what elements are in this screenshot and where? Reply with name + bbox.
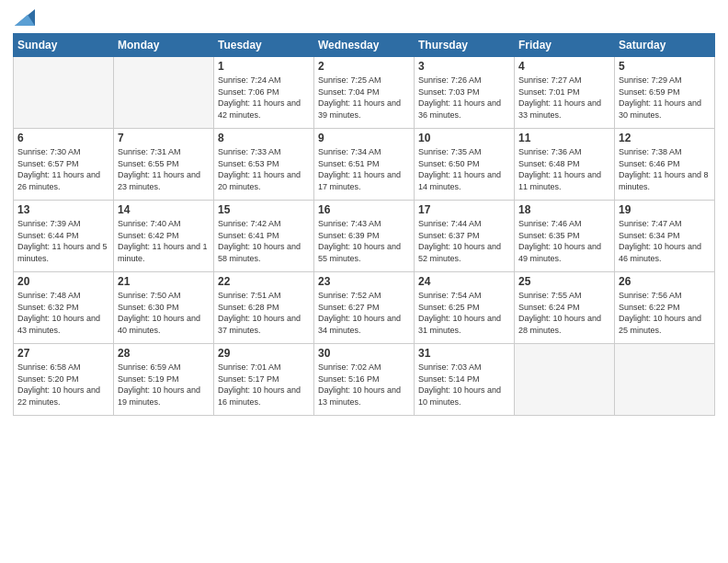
calendar-header bbox=[13, 9, 715, 26]
day-info: Sunrise: 7:02 AM Sunset: 5:16 PM Dayligh… bbox=[318, 362, 410, 408]
day-number: 4 bbox=[518, 60, 610, 73]
calendar-cell: 24Sunrise: 7:54 AM Sunset: 6:25 PM Dayli… bbox=[415, 272, 515, 344]
day-info: Sunrise: 7:52 AM Sunset: 6:27 PM Dayligh… bbox=[318, 290, 410, 336]
day-number: 5 bbox=[619, 60, 711, 73]
day-info: Sunrise: 7:36 AM Sunset: 6:48 PM Dayligh… bbox=[518, 146, 610, 192]
weekday-header-monday: Monday bbox=[114, 34, 214, 57]
day-info: Sunrise: 7:39 AM Sunset: 6:44 PM Dayligh… bbox=[17, 218, 109, 264]
day-info: Sunrise: 7:48 AM Sunset: 6:32 PM Dayligh… bbox=[17, 290, 109, 336]
calendar-cell: 26Sunrise: 7:56 AM Sunset: 6:22 PM Dayli… bbox=[615, 272, 715, 344]
day-number: 6 bbox=[17, 132, 109, 144]
calendar-week-3: 13Sunrise: 7:39 AM Sunset: 6:44 PM Dayli… bbox=[14, 201, 715, 272]
calendar-cell: 25Sunrise: 7:55 AM Sunset: 6:24 PM Dayli… bbox=[515, 272, 615, 344]
calendar-cell bbox=[14, 57, 114, 129]
day-number: 13 bbox=[17, 203, 109, 216]
calendar-cell: 3Sunrise: 7:26 AM Sunset: 7:03 PM Daylig… bbox=[415, 57, 515, 129]
calendar-cell: 2Sunrise: 7:25 AM Sunset: 7:04 PM Daylig… bbox=[314, 57, 415, 129]
calendar-cell: 27Sunrise: 6:58 AM Sunset: 5:20 PM Dayli… bbox=[14, 344, 114, 416]
calendar-cell: 5Sunrise: 7:29 AM Sunset: 6:59 PM Daylig… bbox=[615, 57, 715, 129]
weekday-header-thursday: Thursday bbox=[415, 34, 515, 57]
calendar-cell: 6Sunrise: 7:30 AM Sunset: 6:57 PM Daylig… bbox=[14, 129, 114, 201]
day-info: Sunrise: 7:26 AM Sunset: 7:03 PM Dayligh… bbox=[418, 75, 510, 121]
calendar-cell: 1Sunrise: 7:24 AM Sunset: 7:06 PM Daylig… bbox=[214, 57, 314, 129]
calendar-cell: 12Sunrise: 7:38 AM Sunset: 6:46 PM Dayli… bbox=[615, 129, 715, 201]
calendar-cell: 14Sunrise: 7:40 AM Sunset: 6:42 PM Dayli… bbox=[114, 201, 214, 272]
day-info: Sunrise: 6:59 AM Sunset: 5:19 PM Dayligh… bbox=[118, 362, 210, 408]
calendar-week-5: 27Sunrise: 6:58 AM Sunset: 5:20 PM Dayli… bbox=[14, 344, 715, 416]
logo-icon bbox=[15, 9, 35, 26]
weekday-header-sunday: Sunday bbox=[14, 34, 114, 57]
day-info: Sunrise: 7:40 AM Sunset: 6:42 PM Dayligh… bbox=[118, 218, 210, 264]
day-number: 25 bbox=[518, 275, 610, 288]
day-number: 11 bbox=[518, 132, 610, 144]
day-number: 14 bbox=[118, 203, 210, 216]
day-number: 10 bbox=[418, 132, 510, 144]
day-info: Sunrise: 7:31 AM Sunset: 6:55 PM Dayligh… bbox=[118, 146, 210, 192]
day-number: 22 bbox=[218, 275, 310, 288]
day-info: Sunrise: 7:24 AM Sunset: 7:06 PM Dayligh… bbox=[218, 75, 310, 121]
day-info: Sunrise: 6:58 AM Sunset: 5:20 PM Dayligh… bbox=[17, 362, 109, 408]
calendar-cell: 22Sunrise: 7:51 AM Sunset: 6:28 PM Dayli… bbox=[214, 272, 314, 344]
calendar-week-2: 6Sunrise: 7:30 AM Sunset: 6:57 PM Daylig… bbox=[14, 129, 715, 201]
day-info: Sunrise: 7:38 AM Sunset: 6:46 PM Dayligh… bbox=[619, 146, 711, 192]
day-number: 18 bbox=[518, 203, 610, 216]
calendar-cell: 10Sunrise: 7:35 AM Sunset: 6:50 PM Dayli… bbox=[415, 129, 515, 201]
day-number: 17 bbox=[418, 203, 510, 216]
day-info: Sunrise: 7:30 AM Sunset: 6:57 PM Dayligh… bbox=[17, 146, 109, 192]
day-number: 16 bbox=[318, 203, 410, 216]
calendar-cell: 7Sunrise: 7:31 AM Sunset: 6:55 PM Daylig… bbox=[114, 129, 214, 201]
calendar-cell: 9Sunrise: 7:34 AM Sunset: 6:51 PM Daylig… bbox=[314, 129, 415, 201]
day-number: 27 bbox=[17, 347, 109, 360]
calendar-cell: 29Sunrise: 7:01 AM Sunset: 5:17 PM Dayli… bbox=[214, 344, 314, 416]
day-info: Sunrise: 7:34 AM Sunset: 6:51 PM Dayligh… bbox=[318, 146, 410, 192]
calendar-cell: 23Sunrise: 7:52 AM Sunset: 6:27 PM Dayli… bbox=[314, 272, 415, 344]
day-number: 7 bbox=[118, 132, 210, 144]
calendar-cell bbox=[515, 344, 615, 416]
calendar-cell: 11Sunrise: 7:36 AM Sunset: 6:48 PM Dayli… bbox=[515, 129, 615, 201]
day-number: 20 bbox=[17, 275, 109, 288]
day-number: 12 bbox=[619, 132, 711, 144]
day-number: 26 bbox=[619, 275, 711, 288]
calendar-cell: 18Sunrise: 7:46 AM Sunset: 6:35 PM Dayli… bbox=[515, 201, 615, 272]
day-info: Sunrise: 7:47 AM Sunset: 6:34 PM Dayligh… bbox=[619, 218, 711, 264]
calendar-cell: 19Sunrise: 7:47 AM Sunset: 6:34 PM Dayli… bbox=[615, 201, 715, 272]
calendar-table: SundayMondayTuesdayWednesdayThursdayFrid… bbox=[13, 33, 715, 416]
calendar-cell: 20Sunrise: 7:48 AM Sunset: 6:32 PM Dayli… bbox=[14, 272, 114, 344]
day-info: Sunrise: 7:27 AM Sunset: 7:01 PM Dayligh… bbox=[518, 75, 610, 121]
calendar-cell: 13Sunrise: 7:39 AM Sunset: 6:44 PM Dayli… bbox=[14, 201, 114, 272]
day-info: Sunrise: 7:51 AM Sunset: 6:28 PM Dayligh… bbox=[218, 290, 310, 336]
day-number: 21 bbox=[118, 275, 210, 288]
day-info: Sunrise: 7:46 AM Sunset: 6:35 PM Dayligh… bbox=[518, 218, 610, 264]
day-number: 23 bbox=[318, 275, 410, 288]
calendar-cell: 16Sunrise: 7:43 AM Sunset: 6:39 PM Dayli… bbox=[314, 201, 415, 272]
weekday-header-wednesday: Wednesday bbox=[314, 34, 415, 57]
day-number: 3 bbox=[418, 60, 510, 73]
calendar-cell: 8Sunrise: 7:33 AM Sunset: 6:53 PM Daylig… bbox=[214, 129, 314, 201]
day-info: Sunrise: 7:54 AM Sunset: 6:25 PM Dayligh… bbox=[418, 290, 510, 336]
day-number: 2 bbox=[318, 60, 410, 73]
day-number: 8 bbox=[218, 132, 310, 144]
weekday-header-saturday: Saturday bbox=[615, 34, 715, 57]
calendar-cell: 17Sunrise: 7:44 AM Sunset: 6:37 PM Dayli… bbox=[415, 201, 515, 272]
day-number: 19 bbox=[619, 203, 711, 216]
day-number: 15 bbox=[218, 203, 310, 216]
day-number: 28 bbox=[118, 347, 210, 360]
calendar-cell: 30Sunrise: 7:02 AM Sunset: 5:16 PM Dayli… bbox=[314, 344, 415, 416]
day-number: 9 bbox=[318, 132, 410, 144]
calendar-cell: 4Sunrise: 7:27 AM Sunset: 7:01 PM Daylig… bbox=[515, 57, 615, 129]
day-number: 31 bbox=[418, 347, 510, 360]
day-info: Sunrise: 7:42 AM Sunset: 6:41 PM Dayligh… bbox=[218, 218, 310, 264]
day-info: Sunrise: 7:25 AM Sunset: 7:04 PM Dayligh… bbox=[318, 75, 410, 121]
calendar-cell bbox=[615, 344, 715, 416]
day-info: Sunrise: 7:29 AM Sunset: 6:59 PM Dayligh… bbox=[619, 75, 711, 121]
day-number: 24 bbox=[418, 275, 510, 288]
day-number: 29 bbox=[218, 347, 310, 360]
day-info: Sunrise: 7:55 AM Sunset: 6:24 PM Dayligh… bbox=[518, 290, 610, 336]
day-info: Sunrise: 7:50 AM Sunset: 6:30 PM Dayligh… bbox=[118, 290, 210, 336]
calendar-cell: 15Sunrise: 7:42 AM Sunset: 6:41 PM Dayli… bbox=[214, 201, 314, 272]
calendar-week-1: 1Sunrise: 7:24 AM Sunset: 7:06 PM Daylig… bbox=[14, 57, 715, 129]
calendar-cell bbox=[114, 57, 214, 129]
day-info: Sunrise: 7:56 AM Sunset: 6:22 PM Dayligh… bbox=[619, 290, 711, 336]
weekday-header-row: SundayMondayTuesdayWednesdayThursdayFrid… bbox=[14, 34, 715, 57]
calendar-cell: 21Sunrise: 7:50 AM Sunset: 6:30 PM Dayli… bbox=[114, 272, 214, 344]
